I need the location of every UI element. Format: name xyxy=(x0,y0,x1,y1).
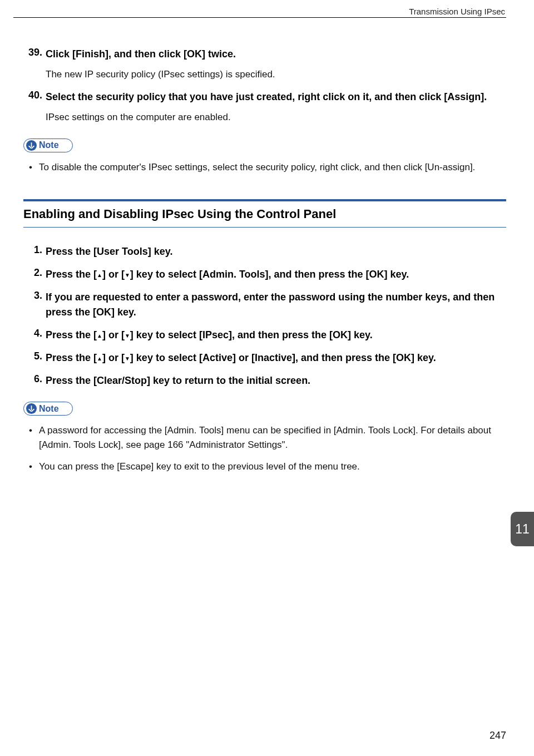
step-bold: Press the [▲] or [▼] key to select [Admi… xyxy=(46,267,506,282)
steps-list-section: 1. Press the [User Tools] key. 2. Press … xyxy=(23,244,506,388)
step-40: 40. Select the security policy that you … xyxy=(23,90,506,125)
step-bold: Press the [▲] or [▼] key to select [Acti… xyxy=(46,350,506,365)
step-number: 3. xyxy=(23,290,42,302)
section-title: Enabling and Disabling IPsec Using the C… xyxy=(23,207,506,221)
down-arrow-icon: ▼ xyxy=(125,354,130,363)
note-callout: Note xyxy=(23,139,73,152)
step-2: 2. Press the [▲] or [▼] key to select [A… xyxy=(23,267,506,282)
step-number: 5. xyxy=(23,350,42,362)
note-callout: Note xyxy=(23,402,73,416)
note-label: Note xyxy=(39,404,59,414)
step-3: 3. If you are requested to enter a passw… xyxy=(23,290,506,320)
step-5: 5. Press the [▲] or [▼] key to select [A… xyxy=(23,350,506,365)
step-bold: Press the [▲] or [▼] key to select [IPse… xyxy=(46,328,506,343)
up-arrow-icon: ▲ xyxy=(97,354,102,363)
content-area: 39. Click [Finish], and then click [OK] … xyxy=(13,47,506,474)
t: ] or [ xyxy=(102,269,125,280)
up-arrow-icon: ▲ xyxy=(97,332,102,340)
arrow-down-icon xyxy=(26,403,37,414)
t: Press the [ xyxy=(46,352,97,363)
step-bold: Click [Finish], and then click [OK] twic… xyxy=(46,47,506,62)
step-bold: Press the [User Tools] key. xyxy=(46,244,506,259)
up-arrow-icon: ▲ xyxy=(97,271,102,279)
steps-list-top: 39. Click [Finish], and then click [OK] … xyxy=(23,47,506,125)
t: ] key to select [IPsec], and then press … xyxy=(130,329,373,340)
t: Press the [ xyxy=(46,329,97,340)
page: Transmission Using IPsec 39. Click [Fini… xyxy=(0,0,534,756)
step-4: 4. Press the [▲] or [▼] key to select [I… xyxy=(23,328,506,343)
t: ] or [ xyxy=(102,329,125,340)
step-plain: IPsec settings on the computer are enabl… xyxy=(46,110,506,125)
down-arrow-icon: ▼ xyxy=(125,332,130,340)
note-bullets-b: A password for accessing the [Admin. Too… xyxy=(23,423,506,474)
step-number: 6. xyxy=(23,373,42,385)
step-bold: Select the security policy that you have… xyxy=(46,90,506,105)
step-number: 39. xyxy=(23,47,42,58)
step-6: 6. Press the [Clear/Stop] key to return … xyxy=(23,373,506,388)
step-number: 40. xyxy=(23,90,42,101)
chapter-tab: 11 xyxy=(511,512,534,546)
t: ] key to select [Admin. Tools], and then… xyxy=(130,269,409,280)
step-bold: Press the [Clear/Stop] key to return to … xyxy=(46,373,506,388)
section: Enabling and Disabling IPsec Using the C… xyxy=(23,199,506,474)
step-number: 2. xyxy=(23,267,42,279)
note-bullets-a: To disable the computer's IPsec settings… xyxy=(23,160,506,175)
t: ] key to select [Active] or [Inactive], … xyxy=(130,352,436,363)
page-number: 247 xyxy=(490,730,506,742)
step-39: 39. Click [Finish], and then click [OK] … xyxy=(23,47,506,82)
note-item: You can press the [Escape] key to exit t… xyxy=(39,459,506,474)
step-number: 1. xyxy=(23,244,42,256)
arrow-down-icon xyxy=(26,140,37,151)
note-item: A password for accessing the [Admin. Too… xyxy=(39,423,506,453)
step-plain: The new IP security policy (IPsec settin… xyxy=(46,67,506,82)
t: Press the [ xyxy=(46,269,97,280)
running-head: Transmission Using IPsec xyxy=(13,7,506,16)
note-item: To disable the computer's IPsec settings… xyxy=(39,160,506,175)
section-title-wrap: Enabling and Disabling IPsec Using the C… xyxy=(23,199,506,228)
step-bold: If you are requested to enter a password… xyxy=(46,290,506,320)
t: ] or [ xyxy=(102,352,125,363)
step-1: 1. Press the [User Tools] key. xyxy=(23,244,506,259)
header-rule xyxy=(13,17,506,18)
down-arrow-icon: ▼ xyxy=(125,271,130,279)
step-number: 4. xyxy=(23,328,42,339)
note-label: Note xyxy=(39,140,59,150)
